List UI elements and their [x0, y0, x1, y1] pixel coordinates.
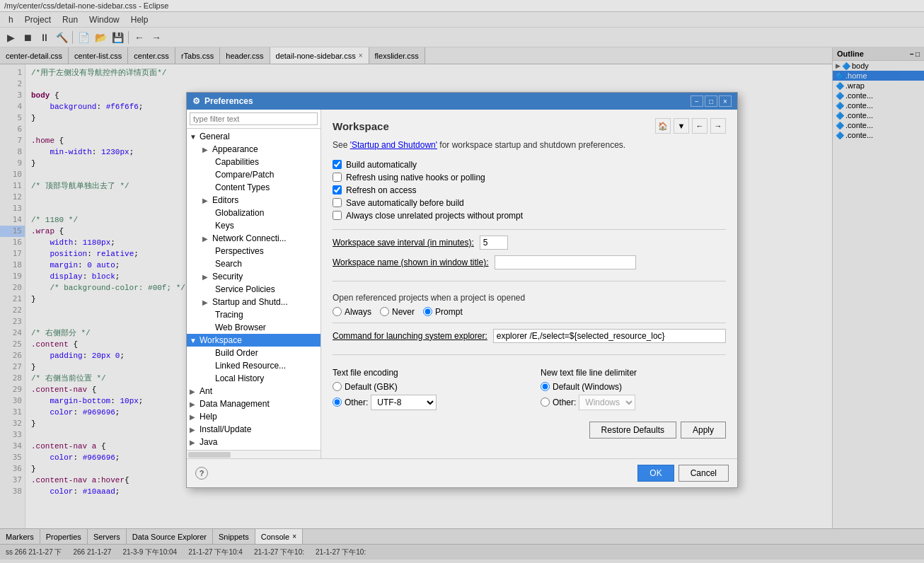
two-col-section: Text file encoding Default (GBK) Other: …	[333, 368, 726, 410]
tree-arrow-ant: ▶	[190, 388, 198, 395]
tree-item-workspace[interactable]: ▼ Workspace	[187, 334, 320, 347]
tree-item-globalization[interactable]: Globalization	[187, 207, 320, 219]
checkbox-save-auto-label: Save automatically before build	[346, 198, 464, 208]
dialog-maximize-btn[interactable]: □	[705, 95, 717, 107]
radio-prompt-input[interactable]	[423, 307, 432, 316]
tree-item-startup[interactable]: ▶ Startup and Shutd...	[187, 296, 320, 308]
tree-item-keys[interactable]: Keys	[187, 219, 320, 232]
delimiter-default-row: Default (Windows)	[541, 382, 726, 392]
tree-item-servicepolicies[interactable]: Service Policies	[187, 283, 320, 296]
apply-btn[interactable]: Apply	[681, 422, 726, 439]
encoding-other-row: Other: UTF-8 GBK ISO-8859-1	[333, 395, 518, 410]
tree-label-editors: Editors	[212, 195, 238, 205]
tree-item-webbrowser[interactable]: Web Browser	[187, 321, 320, 334]
line-delimiter-label: New text file line delimiter	[541, 368, 637, 378]
checkbox-refresh-native-label: Refresh using native hooks or polling	[346, 173, 485, 182]
separator-1	[333, 229, 726, 230]
checkbox-build-auto-input[interactable]	[333, 160, 342, 169]
content-nav: 🏠 ▼ ← →	[655, 118, 726, 134]
tree-arrow-startup: ▶	[202, 298, 211, 306]
restore-defaults-btn[interactable]: Restore Defaults	[589, 422, 676, 439]
tree-item-linkedresource[interactable]: Linked Resource...	[187, 359, 320, 372]
tree-arrow-security: ▶	[202, 273, 211, 281]
line-delimiter-title: New text file line delimiter	[541, 368, 726, 378]
tree-item-network[interactable]: ▶ Network Connecti...	[187, 232, 320, 245]
delimiter-other-input[interactable]	[541, 397, 550, 407]
save-interval-input[interactable]	[480, 236, 508, 250]
dialog-close-btn[interactable]: ×	[719, 95, 732, 107]
tree-item-installupdate[interactable]: ▶ Install/Update	[187, 423, 320, 436]
checkbox-refresh-native-input[interactable]	[333, 173, 342, 182]
tree-item-appearance[interactable]: ▶ Appearance	[187, 143, 320, 156]
separator-4	[333, 354, 726, 355]
tree-item-contenttypes[interactable]: Content Types	[187, 181, 320, 194]
tree-label-help: Help	[200, 412, 217, 422]
tree-filter	[187, 110, 320, 129]
delimiter-other-label: Other:	[553, 397, 576, 407]
checkbox-close-unrelated-input[interactable]	[333, 211, 342, 220]
tree-label-servicepolicies: Service Policies	[215, 284, 275, 294]
encoding-other-select[interactable]: UTF-8 GBK ISO-8859-1	[371, 395, 437, 410]
encoding-default-row: Default (GBK)	[333, 382, 518, 392]
help-icon[interactable]: ?	[195, 467, 208, 480]
tree-item-search[interactable]: Search	[187, 257, 320, 270]
tree-item-buildorder[interactable]: Build Order	[187, 347, 320, 359]
separator-3	[333, 323, 726, 323]
encoding-other-input[interactable]	[333, 397, 342, 407]
tree-item-general[interactable]: ▼ General	[187, 130, 320, 143]
checkbox-refresh-access-label: Refresh on access	[346, 185, 416, 195]
checkbox-build-auto-label: Build automatically	[346, 160, 417, 170]
tree-arrow-network: ▶	[202, 235, 211, 243]
tree-item-editors[interactable]: ▶ Editors	[187, 194, 320, 207]
cancel-btn[interactable]: Cancel	[678, 465, 729, 482]
startup-shutdown-link[interactable]: 'Startup and Shutdown'	[350, 140, 437, 150]
radio-never-input[interactable]	[380, 307, 389, 316]
tree-item-ant[interactable]: ▶ Ant	[187, 385, 320, 397]
tree-item-datamanagement[interactable]: ▶ Data Management	[187, 397, 320, 410]
encoding-default-input[interactable]	[333, 382, 342, 391]
tree-item-help[interactable]: ▶ Help	[187, 410, 320, 423]
radio-prompt: Prompt	[423, 307, 463, 317]
tree-label-capabilities: Capabilities	[215, 157, 259, 167]
radio-always-input[interactable]	[333, 307, 342, 316]
tree-hscroll[interactable]	[187, 450, 320, 458]
nav-dropdown-btn[interactable]: ▼	[674, 118, 689, 134]
tree-arrow-help: ▶	[190, 413, 198, 421]
tree-label-network: Network Connecti...	[212, 233, 287, 243]
tree-item-localhistory[interactable]: Local History	[187, 372, 320, 385]
prefs-icon: ⚙	[192, 96, 200, 106]
nav-home-btn[interactable]: 🏠	[655, 118, 671, 134]
command-input[interactable]	[493, 329, 726, 343]
tree-hscroll-thumb[interactable]	[188, 452, 231, 458]
tree-item-security[interactable]: ▶ Security	[187, 270, 320, 283]
open-projects-radios: Always Never Prompt	[333, 307, 726, 317]
delimiter-default-input[interactable]	[541, 382, 550, 391]
tree-item-perspectives[interactable]: Perspectives	[187, 245, 320, 257]
checkbox-refresh-access-input[interactable]	[333, 185, 342, 195]
tree-item-compare[interactable]: Compare/Patch	[187, 168, 320, 181]
ok-btn[interactable]: OK	[637, 465, 674, 482]
tree-content[interactable]: ▼ General ▶ Appearance Capabilities	[187, 129, 320, 450]
tree-arrow-appearance: ▶	[202, 146, 211, 153]
workspace-name-input[interactable]	[495, 255, 636, 269]
delimiter-other-select[interactable]: Windows Unix	[579, 395, 635, 410]
tree-label-installupdate: Install/Update	[200, 424, 251, 434]
dialog-title-controls: − □ ×	[691, 95, 732, 107]
checkbox-refresh-access: Refresh on access	[333, 185, 726, 195]
nav-back-btn[interactable]: ←	[692, 118, 708, 134]
encoding-other-label: Other:	[345, 397, 368, 407]
form-row-save-interval: Workspace save interval (in minutes):	[333, 236, 726, 250]
tree-item-tracing[interactable]: Tracing	[187, 308, 320, 321]
nav-forward-btn[interactable]: →	[710, 118, 726, 134]
tree-label-compare: Compare/Patch	[215, 170, 274, 180]
tree-filter-input[interactable]	[190, 112, 318, 125]
tree-arrow-workspace: ▼	[190, 337, 198, 344]
tree-item-java[interactable]: ▶ Java	[187, 436, 320, 448]
dialog-footer: ? OK Cancel	[187, 458, 737, 487]
tree-arrow-java: ▶	[190, 439, 198, 446]
dialog-minimize-btn[interactable]: −	[691, 95, 703, 107]
checkbox-save-auto-input[interactable]	[333, 198, 342, 207]
open-projects-label: Open referenced projects when a project …	[333, 293, 726, 303]
tree-pane: ▼ General ▶ Appearance Capabilities	[187, 110, 321, 458]
tree-item-capabilities[interactable]: Capabilities	[187, 156, 320, 168]
